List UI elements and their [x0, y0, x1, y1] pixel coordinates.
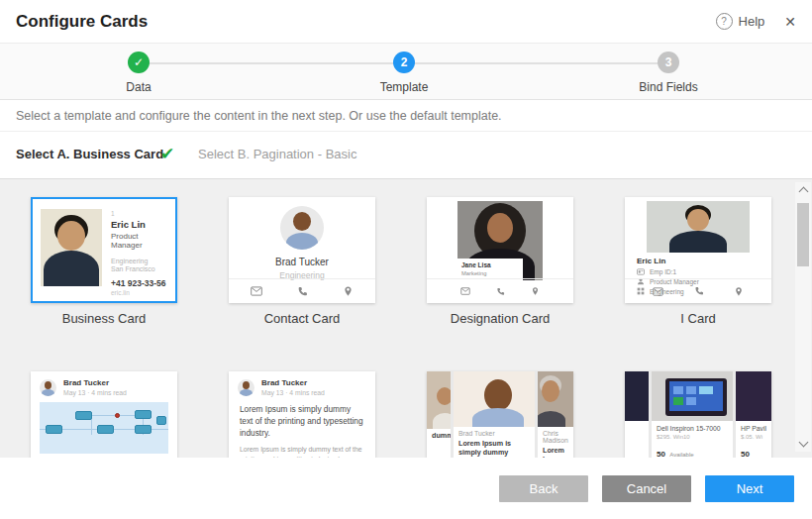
scroll-down-button[interactable]: [795, 436, 811, 452]
post-text-preview[interactable]: Brad Tucker May 13 · 4 mins read Lorem I…: [229, 371, 375, 458]
post-lead: Lorem Ipsum is simply dummy text of the …: [229, 400, 375, 441]
stock-count: 50: [657, 450, 665, 458]
step-done-check-icon: ✓: [128, 52, 150, 73]
person-photo-partial: [427, 371, 451, 429]
carousel-item-dell: Dell Inspiron 15-7000 $295. Win10 50 Ava…: [652, 371, 733, 458]
help-button[interactable]: ? Help: [716, 13, 765, 30]
template-option-i-card[interactable]: Eric Lin Emp ID:1 Product Manager: [625, 197, 771, 326]
people-carousel-preview[interactable]: dummy Brad Tucker Lorem Ipsum is simply …: [427, 371, 573, 458]
next-button[interactable]: Next: [705, 475, 794, 502]
dialog-footer: Back Cancel Next: [0, 458, 812, 519]
phone-icon[interactable]: [297, 286, 308, 297]
help-icon: ?: [716, 13, 733, 30]
contact-actions: [229, 278, 375, 303]
badge-icon: [637, 268, 645, 275]
product-stock: 50 Available: [652, 440, 733, 458]
post-author: Brad Tucker: [261, 378, 325, 387]
business-card-info: 1 Eric Lin Product Manager Engineering S…: [111, 209, 167, 296]
record-index: 1: [111, 210, 167, 217]
person-handle: eric.lin: [111, 289, 167, 296]
step-bind-fields[interactable]: 3 Bind Fields: [599, 52, 738, 94]
mail-icon[interactable]: [653, 287, 663, 296]
person-name: Chris Madison: [538, 427, 573, 444]
avatar-brad-tucker: [238, 379, 254, 396]
post-meta: May 13 · 4 mins read: [261, 389, 325, 396]
person-name: Jane Lisa: [461, 261, 519, 268]
carousel-item-brad-tucker: Brad Tucker Lorem Ipsum is simply dummy …: [454, 371, 535, 458]
post-author: Brad Tucker: [63, 378, 127, 387]
template-label: Designation Card: [427, 311, 573, 326]
i-card-preview[interactable]: Eric Lin Emp ID:1 Product Manager: [625, 197, 771, 303]
step-label: Data: [69, 80, 208, 94]
location-pin-icon[interactable]: [734, 286, 744, 297]
location-pin-icon[interactable]: [531, 286, 540, 296]
person-city: San Francisco: [111, 265, 167, 272]
person-photo-brad-tucker: [454, 371, 535, 427]
person-name: Eric Lin: [625, 253, 771, 267]
template-option-contact-card[interactable]: Brad Tucker Engineering Contact Card: [229, 197, 375, 326]
product-photo-partial: [736, 371, 771, 421]
template-select-tabs: Select A. Business Card ✔ Select B. Pagi…: [0, 132, 812, 179]
page-title: Configure Cards: [16, 12, 148, 32]
stock-count: 50: [741, 450, 750, 458]
carousel-headline: Lorem Ipsum is simply dummy: [454, 437, 535, 457]
designation-info-box: Jane Lisa Marketing: [457, 259, 523, 280]
tab-select-b-pagination-basic[interactable]: Select B. Pagination - Basic: [198, 147, 356, 161]
business-card-preview[interactable]: 1 Eric Lin Product Manager Engineering S…: [31, 197, 177, 303]
carousel-snippet: dummy: [427, 429, 451, 440]
header-actions: ? Help ✕: [716, 13, 796, 30]
mail-icon[interactable]: [251, 286, 262, 296]
dialog-header: Configure Cards ? Help ✕: [0, 0, 812, 44]
carousel-item-partial-left: [625, 371, 649, 458]
person-name: Brad Tucker: [454, 427, 535, 437]
product-meta: $295. Win10: [652, 432, 733, 440]
back-button[interactable]: Back: [499, 475, 588, 502]
post-header: Brad Tucker May 13 · 4 mins read: [229, 371, 375, 400]
product-stock: 50 Avail: [736, 440, 771, 458]
wizard-stepper: ✓ Data 2 Template 3 Bind Fields: [0, 44, 812, 100]
post-body: Lorem Ipsum is simply dummy text of the …: [229, 441, 375, 458]
location-pin-icon[interactable]: [343, 285, 354, 297]
close-icon[interactable]: ✕: [784, 14, 796, 30]
contact-actions: [625, 278, 771, 303]
step-data[interactable]: ✓ Data: [69, 52, 208, 94]
product-carousel-preview[interactable]: Dell Inspiron 15-7000 $295. Win10 50 Ava…: [625, 371, 771, 458]
step-template[interactable]: 2 Template: [335, 52, 473, 94]
post-diagram-preview[interactable]: Brad Tucker May 13 · 4 mins read Lorem I…: [31, 371, 177, 458]
vertical-scrollbar[interactable]: [795, 182, 811, 452]
contact-actions: [427, 278, 573, 303]
person-title: Product Manager: [111, 232, 167, 250]
phone-icon[interactable]: [496, 287, 505, 296]
template-option-business-card[interactable]: 1 Eric Lin Product Manager Engineering S…: [31, 197, 177, 326]
emp-id-row: Emp ID:1: [625, 267, 771, 276]
mail-icon[interactable]: [460, 287, 470, 295]
carousel-item-hp: HP Pavil $.05. Wi 50 Avail: [736, 371, 771, 458]
person-photo-eric-lin: [647, 201, 750, 253]
post-header: Brad Tucker May 13 · 4 mins read: [31, 371, 177, 400]
selected-check-icon: ✔: [160, 144, 174, 164]
cancel-button[interactable]: Cancel: [602, 475, 691, 502]
scroll-up-button[interactable]: [795, 182, 811, 198]
template-option-post-text[interactable]: Brad Tucker May 13 · 4 mins read Lorem I…: [229, 371, 375, 458]
carousel-headline: Lorem Ipsum is a: [538, 444, 573, 458]
person-name: Eric Lin: [111, 219, 167, 230]
template-option-designation-card[interactable]: Jane Lisa Marketing Designation Card: [427, 197, 573, 326]
product-name: Dell Inspiron 15-7000: [652, 421, 733, 432]
person-photo-jane-lisa: Jane Lisa Marketing: [457, 201, 543, 280]
emp-id-value: Emp ID:1: [650, 268, 676, 275]
help-label: Help: [739, 14, 765, 29]
template-option-product-carousel[interactable]: Dell Inspiron 15-7000 $295. Win10 50 Ava…: [625, 371, 771, 458]
product-photo-laptop: [652, 371, 733, 421]
template-option-post-diagram[interactable]: Brad Tucker May 13 · 4 mins read Lorem I…: [31, 371, 177, 458]
chevron-down-icon: [798, 438, 808, 448]
designation-card-preview[interactable]: Jane Lisa Marketing: [427, 197, 573, 303]
tab-select-a-business-card[interactable]: Select A. Business Card: [16, 147, 163, 161]
phone-icon[interactable]: [694, 286, 704, 296]
flowchart-image: [40, 402, 168, 454]
product-meta: $.05. Wi: [736, 432, 771, 440]
person-dept: Engineering: [111, 258, 167, 264]
scrollbar-thumb[interactable]: [797, 203, 809, 266]
contact-card-preview[interactable]: Brad Tucker Engineering: [229, 197, 375, 303]
template-option-people-carousel[interactable]: dummy Brad Tucker Lorem Ipsum is simply …: [427, 371, 573, 458]
product-photo-partial: [625, 371, 649, 421]
